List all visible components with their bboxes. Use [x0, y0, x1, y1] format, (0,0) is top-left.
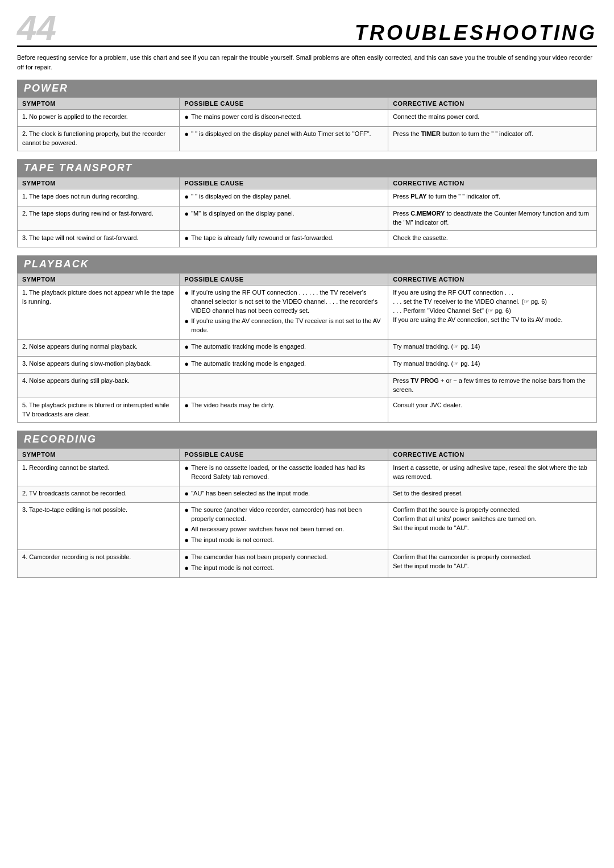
cause-cell [180, 373, 388, 398]
table-row: 1. The tape does not run during recordin… [18, 189, 597, 206]
intro-text: Before requesting service for a problem,… [17, 53, 597, 72]
bullet-icon: ● [184, 536, 189, 545]
cause-cell: ●The mains power cord is discon-nected. [180, 110, 388, 127]
cause-bullet: ●"AU" has been selected as the input mod… [184, 489, 383, 499]
col-header-symptom: SYMPTOM [18, 177, 180, 189]
cause-text: If you're using the RF OUT connection . … [191, 288, 383, 316]
bullet-icon: ● [184, 192, 189, 202]
symptom-cell: 1. No power is applied to the recorder. [18, 110, 180, 127]
col-header-possible-cause: POSSIBLE CAUSE [180, 448, 388, 460]
cause-text: The automatic tracking mode is engaged. [191, 359, 383, 369]
col-header-symptom: SYMPTOM [18, 448, 180, 460]
symptom-cell: 1. The tape does not run during recordin… [18, 189, 180, 206]
cause-bullet: ●"M" is displayed on the display panel. [184, 209, 383, 219]
cause-bullet: ●The input mode is not correct. [184, 564, 383, 573]
table-row: 2. Noise appears during normal playback.… [18, 340, 597, 357]
cause-bullet: ●The automatic tracking mode is engaged. [184, 342, 383, 352]
cause-text: " " is displayed on the display panel wi… [191, 130, 383, 139]
action-cell: Confirm that the source is properly conn… [388, 503, 597, 550]
cause-bullet: ●The mains power cord is discon-nected. [184, 113, 383, 122]
symptom-cell: 2. TV broadcasts cannot be recorded. [18, 486, 180, 503]
col-header-possible-cause: POSSIBLE CAUSE [180, 274, 388, 286]
cause-cell: ●The source (another video recorder, cam… [180, 503, 388, 550]
bullet-icon: ● [184, 113, 189, 122]
cause-cell: ●" " is displayed on the display panel w… [180, 126, 388, 151]
cause-cell: ●The camcorder has not been properly con… [180, 550, 388, 578]
table-row: 3. Noise appears during slow-motion play… [18, 357, 597, 374]
page-header: 44 TROUBLESHOOTING [17, 10, 597, 47]
cause-bullet: ●If you're using the AV connection, the … [184, 317, 383, 335]
table-row: 2. TV broadcasts cannot be recorded.●"AU… [18, 486, 597, 503]
cause-text: The mains power cord is discon-nected. [191, 113, 383, 122]
cause-cell: ●The tape is already fully rewound or fa… [180, 230, 388, 247]
cause-bullet: ●The tape is already fully rewound or fa… [184, 234, 383, 243]
symptom-cell: 2. Noise appears during normal playback. [18, 340, 180, 357]
cause-bullet: ●The automatic tracking mode is engaged. [184, 359, 383, 369]
symptom-cell: 5. The playback picture is blurred or in… [18, 398, 180, 422]
table-row: 2. The tape stops during rewind or fast-… [18, 206, 597, 230]
bullet-icon: ● [184, 130, 189, 139]
bullet-icon: ● [184, 359, 189, 369]
cause-cell: ●The automatic tracking mode is engaged. [180, 357, 388, 374]
cause-cell: ●" " is displayed on the display panel. [180, 189, 388, 206]
cause-text: "AU" has been selected as the input mode… [191, 489, 383, 498]
action-cell: Press TV PROG + or − a few times to remo… [388, 373, 597, 398]
col-header-corrective-action: CORRECTIVE ACTION [388, 98, 597, 110]
section-title-tape-transport: TAPE TRANSPORT [17, 159, 597, 177]
table-tape-transport: SYMPTOMPOSSIBLE CAUSECORRECTIVE ACTION1.… [17, 177, 597, 248]
symptom-cell: 2. The tape stops during rewind or fast-… [18, 206, 180, 230]
cause-bullet: ●" " is displayed on the display panel. [184, 192, 383, 202]
cause-cell: ●The automatic tracking mode is engaged. [180, 340, 388, 357]
bullet-icon: ● [184, 489, 189, 499]
col-header-symptom: SYMPTOM [18, 98, 180, 110]
col-header-possible-cause: POSSIBLE CAUSE [180, 98, 388, 110]
page-title: TROUBLESHOOTING [355, 23, 597, 46]
action-cell: Press C.MEMORY to deactivate the Counter… [388, 206, 597, 230]
bullet-icon: ● [184, 506, 189, 515]
bullet-icon: ● [184, 553, 189, 563]
bullet-icon: ● [184, 464, 189, 473]
cause-bullet: ●The video heads may be dirty. [184, 401, 383, 411]
cause-text: The camcorder has not been properly conn… [191, 553, 383, 562]
cause-text: If you're using the AV connection, the T… [191, 317, 383, 335]
cause-text: There is no cassette loaded, or the cass… [191, 464, 383, 482]
action-cell: Consult your JVC dealer. [388, 398, 597, 422]
table-row: 5. The playback picture is blurred or in… [18, 398, 597, 422]
cause-text: The tape is already fully rewound or fas… [191, 234, 383, 243]
cause-text: "M" is displayed on the display panel. [191, 209, 383, 218]
cause-bullet: ●The camcorder has not been properly con… [184, 553, 383, 563]
action-cell: Set to the desired preset. [388, 486, 597, 503]
bullet-icon: ● [184, 525, 189, 535]
table-recording: SYMPTOMPOSSIBLE CAUSECORRECTIVE ACTION1.… [17, 448, 597, 578]
action-cell: Insert a cassette, or using adhesive tap… [388, 460, 597, 486]
cause-text: All necessary power switches have not be… [191, 525, 383, 534]
col-header-corrective-action: CORRECTIVE ACTION [388, 177, 597, 189]
bullet-icon: ● [184, 209, 189, 219]
symptom-cell: 4. Camcorder recording is not possible. [18, 550, 180, 578]
table-row: 1. No power is applied to the recorder.●… [18, 110, 597, 127]
bullet-icon: ● [184, 317, 189, 326]
table-row: 1. Recording cannot be started.●There is… [18, 460, 597, 486]
bullet-icon: ● [184, 234, 189, 243]
bullet-icon: ● [184, 564, 189, 573]
cause-bullet: ●All necessary power switches have not b… [184, 525, 383, 535]
action-cell: Press PLAY to turn the " " indicator off… [388, 189, 597, 206]
symptom-cell: 1. The playback picture does not appear … [18, 286, 180, 340]
cause-bullet: ●There is no cassette loaded, or the cas… [184, 464, 383, 482]
table-row: 4. Noise appears during still play-back.… [18, 373, 597, 398]
table-row: 3. Tape-to-tape editing is not possible.… [18, 503, 597, 550]
cause-bullet: ●If you're using the RF OUT connection .… [184, 288, 383, 316]
cause-cell: ●"AU" has been selected as the input mod… [180, 486, 388, 503]
col-header-symptom: SYMPTOM [18, 274, 180, 286]
sections-container: POWERSYMPTOMPOSSIBLE CAUSECORRECTIVE ACT… [17, 80, 597, 578]
action-cell: Connect the mains power cord. [388, 110, 597, 127]
symptom-cell: 2. The clock is functioning properly, bu… [18, 126, 180, 151]
table-power: SYMPTOMPOSSIBLE CAUSECORRECTIVE ACTION1.… [17, 97, 597, 151]
action-cell: Try manual tracking. (☞ pg. 14) [388, 357, 597, 374]
col-header-corrective-action: CORRECTIVE ACTION [388, 274, 597, 286]
section-title-playback: PLAYBACK [17, 255, 597, 273]
symptom-cell: 3. Noise appears during slow-motion play… [18, 357, 180, 374]
symptom-cell: 1. Recording cannot be started. [18, 460, 180, 486]
action-cell: Check the cassette. [388, 230, 597, 247]
table-row: 2. The clock is functioning properly, bu… [18, 126, 597, 151]
